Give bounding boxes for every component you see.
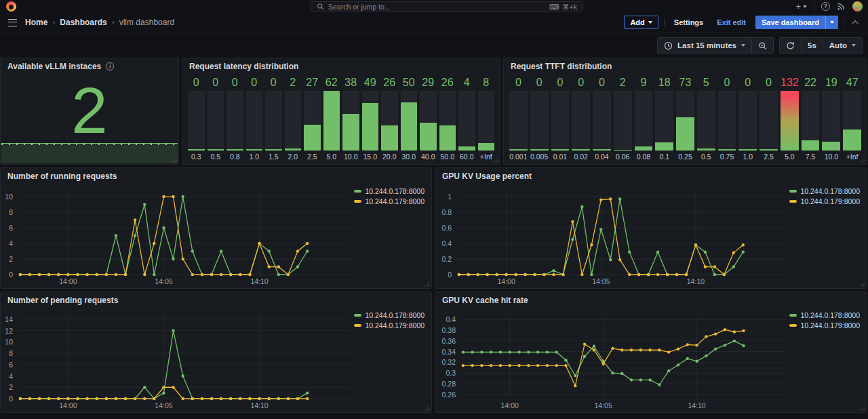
y-tick-label: 0 bbox=[1, 271, 13, 279]
zoom-out-button[interactable] bbox=[751, 38, 773, 53]
add-button[interactable]: Add bbox=[624, 16, 658, 29]
save-dashboard-button[interactable]: Save dashboard bbox=[755, 16, 838, 29]
panel-title[interactable]: GPU KV Usage percent bbox=[435, 168, 867, 184]
mega-menu-icon[interactable] bbox=[8, 19, 17, 26]
time-range-picker[interactable]: Last 15 minutes bbox=[658, 38, 751, 53]
data-point bbox=[76, 273, 79, 276]
data-point bbox=[656, 250, 659, 253]
bar-fill bbox=[635, 146, 653, 151]
y-tick-label: 0.34 bbox=[435, 348, 456, 356]
data-point bbox=[724, 328, 726, 331]
data-point bbox=[618, 197, 621, 200]
data-point bbox=[495, 273, 498, 276]
bar-track bbox=[401, 91, 418, 151]
breadcrumb-dashboards[interactable]: Dashboards bbox=[60, 18, 106, 27]
legend-item[interactable]: 10.244.0.178:8000 bbox=[789, 311, 860, 319]
time-controls: Last 15 minutes 5s Auto bbox=[657, 37, 863, 54]
legend-item[interactable]: 10.244.0.179:8000 bbox=[354, 321, 425, 330]
user-avatar[interactable] bbox=[852, 1, 863, 12]
data-point bbox=[552, 273, 555, 276]
save-options-toggle[interactable] bbox=[825, 16, 838, 29]
bar-track bbox=[593, 91, 611, 151]
refresh-interval[interactable]: 5s bbox=[801, 38, 823, 53]
data-point bbox=[599, 228, 602, 231]
pending-requests-chart[interactable]: 0246810121414:0014:0514:1010.244.0.178:8… bbox=[1, 308, 431, 412]
panel-title[interactable]: Number of running requests bbox=[1, 168, 431, 184]
bar-track bbox=[420, 91, 437, 151]
stat-value: 2 bbox=[1, 77, 178, 144]
data-point bbox=[277, 397, 280, 400]
kv-usage-chart[interactable]: 00.20.40.60.8114:0014:0514:1010.244.0.17… bbox=[435, 184, 867, 288]
data-point bbox=[258, 242, 260, 245]
y-tick-label: 1 bbox=[435, 193, 452, 201]
data-point bbox=[527, 351, 530, 353]
bar-fill bbox=[593, 149, 611, 151]
data-point bbox=[656, 273, 659, 276]
bar-column: 00.8 bbox=[226, 76, 243, 162]
y-tick-label: 0.36 bbox=[435, 337, 456, 345]
panel-title[interactable]: Available vLLM instaces i bbox=[1, 58, 178, 75]
bar-x-label: 40.0 bbox=[420, 151, 437, 162]
panel-kv-usage: GPU KV Usage percent 00.20.40.60.8114:00… bbox=[435, 167, 867, 289]
info-icon[interactable]: i bbox=[106, 62, 114, 71]
data-point bbox=[742, 250, 745, 253]
data-point bbox=[162, 195, 165, 198]
chevron-down-icon bbox=[852, 44, 856, 47]
bar-x-label: 2.0 bbox=[285, 151, 302, 162]
data-point bbox=[555, 364, 557, 367]
kv-hit-rate-chart[interactable]: 0.260.280.30.320.340.360.380.414:0014:05… bbox=[435, 308, 867, 412]
panel-title[interactable]: GPU KV cache hit rate bbox=[435, 292, 867, 308]
grafana-logo-icon[interactable] bbox=[6, 1, 16, 12]
panel-title[interactable]: Number of pending requests bbox=[1, 292, 431, 308]
data-point bbox=[296, 265, 299, 268]
data-point bbox=[38, 273, 41, 276]
legend-item[interactable]: 10.244.0.178:8000 bbox=[354, 187, 425, 195]
news-rss-icon[interactable] bbox=[837, 2, 846, 11]
bar-x-label: 0.5 bbox=[697, 151, 715, 162]
panel-title[interactable]: Request TTFT distribution bbox=[504, 58, 867, 75]
clock-icon bbox=[664, 41, 673, 50]
data-point bbox=[191, 273, 194, 276]
settings-button[interactable]: Settings bbox=[670, 18, 707, 26]
legend-item[interactable]: 10.244.0.179:8000 bbox=[789, 197, 860, 205]
panel-title[interactable]: Request latency distribution bbox=[182, 58, 500, 75]
legend-item[interactable]: 10.244.0.179:8000 bbox=[354, 197, 425, 205]
exit-edit-button[interactable]: Exit edit bbox=[713, 18, 750, 26]
collapse-toolbar-icon[interactable] bbox=[852, 20, 859, 26]
legend-item[interactable]: 10.244.0.178:8000 bbox=[354, 311, 425, 319]
breadcrumb-home[interactable]: Home bbox=[25, 18, 47, 27]
legend-item[interactable]: 10.244.0.179:8000 bbox=[789, 321, 860, 330]
bar-x-label: +Inf bbox=[843, 151, 861, 162]
legend-label: 10.244.0.179:8000 bbox=[800, 197, 860, 205]
data-point bbox=[564, 359, 567, 361]
bar-fill bbox=[439, 125, 456, 151]
bar-x-label: 0.8 bbox=[226, 151, 243, 162]
y-tick-label: 0.6 bbox=[435, 224, 452, 232]
legend-item[interactable]: 10.244.0.178:8000 bbox=[789, 187, 860, 195]
bar-value: 38 bbox=[342, 76, 359, 91]
bar-fill bbox=[458, 146, 475, 151]
y-tick-label: 12 bbox=[1, 327, 13, 335]
data-point bbox=[134, 218, 136, 221]
bar-track bbox=[478, 91, 495, 151]
data-point bbox=[574, 374, 576, 377]
data-point bbox=[172, 329, 174, 332]
data-point bbox=[248, 273, 251, 276]
bar-track bbox=[781, 91, 799, 151]
legend-swatch-icon bbox=[789, 190, 797, 193]
data-point bbox=[210, 397, 213, 400]
help-icon[interactable]: ? bbox=[821, 2, 830, 11]
data-point bbox=[723, 273, 726, 276]
bar-fill bbox=[738, 149, 757, 151]
bar-fill bbox=[188, 149, 205, 151]
data-point bbox=[536, 364, 539, 367]
auto-refresh-picker[interactable]: Auto bbox=[823, 38, 862, 53]
search-input[interactable]: Search or jump to... ⌨ ⌘+k bbox=[311, 1, 583, 12]
running-requests-chart[interactable]: 024681014:0014:0514:1010.244.0.178:80001… bbox=[1, 184, 431, 288]
new-button[interactable]: + bbox=[795, 1, 807, 12]
bar-column: 01.5 bbox=[265, 76, 282, 162]
bar-track bbox=[718, 91, 736, 151]
x-tick-label: 14:10 bbox=[245, 401, 275, 410]
bar-fill bbox=[401, 102, 418, 151]
refresh-button[interactable] bbox=[780, 38, 801, 53]
